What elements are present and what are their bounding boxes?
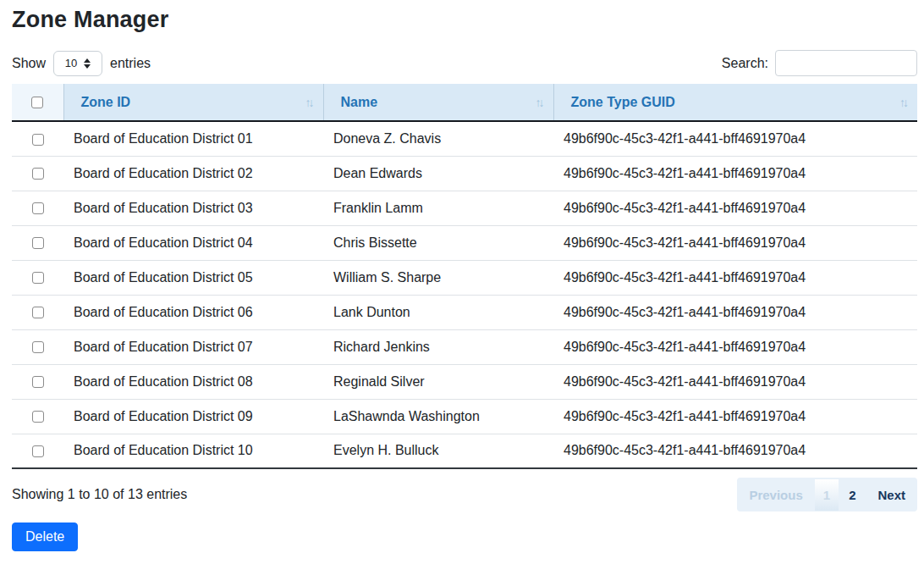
row-checkbox-cell (12, 260, 63, 295)
name-cell: Reginald Silver (323, 364, 553, 399)
zone-id-cell: Board of Education District 06 (63, 295, 323, 329)
search-input[interactable] (775, 50, 917, 76)
name-cell: William S. Sharpe (323, 260, 553, 295)
column-label: Zone ID (81, 95, 305, 110)
row-checkbox[interactable] (32, 237, 44, 249)
row-checkbox[interactable] (32, 341, 44, 353)
row-checkbox[interactable] (32, 307, 44, 318)
row-checkbox[interactable] (32, 445, 44, 457)
zone-manager-page: Zone Manager Show 10 entries Search: (0, 0, 924, 551)
pagination-previous-button[interactable]: Previous (737, 479, 814, 511)
column-header-name[interactable]: Name ↑↓ (323, 84, 553, 121)
zone-type-guid-cell: 49b6f90c-45c3-42f1-a441-bff4691970a4 (553, 364, 917, 399)
table-row: Board of Education District 05William S.… (12, 260, 917, 295)
zone-id-cell: Board of Education District 10 (63, 434, 323, 468)
name-cell: LaShawnda Washington (323, 399, 553, 434)
page-title: Zone Manager (12, 7, 917, 33)
zone-type-guid-cell: 49b6f90c-45c3-42f1-a441-bff4691970a4 (553, 260, 917, 295)
row-checkbox-cell (12, 399, 63, 434)
zone-id-cell: Board of Education District 08 (63, 364, 323, 399)
entries-label: entries (110, 56, 151, 71)
table-row: Board of Education District 03Franklin L… (12, 191, 917, 225)
zone-type-guid-cell: 49b6f90c-45c3-42f1-a441-bff4691970a4 (553, 399, 917, 434)
table-body: Board of Education District 01Doneva Z. … (12, 121, 917, 468)
row-checkbox-cell (12, 191, 63, 225)
row-checkbox-cell (12, 121, 63, 156)
search-label: Search: (722, 56, 768, 71)
row-checkbox[interactable] (32, 376, 44, 388)
name-cell: Dean Edwards (323, 156, 553, 191)
name-cell: Lank Dunton (323, 295, 553, 329)
row-checkbox[interactable] (32, 168, 44, 180)
zone-id-cell: Board of Education District 09 (63, 399, 323, 434)
column-label: Name (341, 95, 536, 110)
search-control: Search: (722, 50, 917, 76)
table-footer: Showing 1 to 10 of 13 entries Previous 1… (12, 478, 917, 511)
row-checkbox[interactable] (32, 202, 44, 214)
page-length-value: 10 (65, 57, 77, 69)
zone-type-guid-cell: 49b6f90c-45c3-42f1-a441-bff4691970a4 (553, 329, 917, 364)
select-updown-icon (84, 58, 91, 69)
zone-id-cell: Board of Education District 03 (63, 191, 323, 225)
entries-info: Showing 1 to 10 of 13 entries (12, 487, 187, 502)
page-length-control: Show 10 entries (12, 51, 151, 76)
sort-icon: ↑↓ (305, 96, 315, 109)
zone-id-cell: Board of Education District 05 (63, 260, 323, 295)
row-checkbox-cell (12, 329, 63, 364)
row-checkbox[interactable] (32, 134, 44, 146)
name-cell: Franklin Lamm (323, 191, 553, 225)
name-cell: Evelyn H. Bulluck (323, 434, 553, 468)
row-checkbox-cell (12, 434, 63, 468)
delete-button[interactable]: Delete (12, 523, 78, 551)
zone-id-cell: Board of Education District 02 (63, 156, 323, 191)
zone-type-guid-cell: 49b6f90c-45c3-42f1-a441-bff4691970a4 (553, 295, 917, 329)
zone-id-cell: Board of Education District 07 (63, 329, 323, 364)
page-length-select[interactable]: 10 (53, 51, 102, 76)
table-row: Board of Education District 02Dean Edwar… (12, 156, 917, 191)
zone-type-guid-cell: 49b6f90c-45c3-42f1-a441-bff4691970a4 (553, 225, 917, 260)
column-header-zone-type-guid[interactable]: Zone Type GUID ↑↓ (553, 84, 917, 121)
column-label: Zone Type GUID (571, 95, 900, 110)
table-row: Board of Education District 04Chris Biss… (12, 225, 917, 260)
sort-icon: ↑↓ (899, 96, 909, 109)
zone-id-cell: Board of Education District 04 (63, 225, 323, 260)
row-checkbox-cell (12, 364, 63, 399)
name-cell: Richard Jenkins (323, 329, 553, 364)
name-cell: Doneva Z. Chavis (323, 121, 553, 156)
table-controls: Show 10 entries Search: (12, 50, 917, 76)
sort-icon: ↑↓ (536, 96, 545, 109)
row-checkbox[interactable] (32, 272, 44, 284)
row-checkbox-cell (12, 156, 63, 191)
zone-table: Zone ID ↑↓ Name ↑↓ Zone Type GUID ↑↓ (12, 84, 917, 469)
row-checkbox-cell (12, 225, 63, 260)
zone-id-cell: Board of Education District 01 (63, 121, 323, 156)
header-row: Zone ID ↑↓ Name ↑↓ Zone Type GUID ↑↓ (12, 84, 917, 121)
column-header-zone-id[interactable]: Zone ID ↑↓ (63, 84, 323, 121)
zone-type-guid-cell: 49b6f90c-45c3-42f1-a441-bff4691970a4 (553, 156, 917, 191)
pagination-page-1-button[interactable]: 1 (815, 479, 839, 511)
pagination-next-button[interactable]: Next (866, 479, 917, 511)
zone-type-guid-cell: 49b6f90c-45c3-42f1-a441-bff4691970a4 (553, 434, 917, 468)
table-row: Board of Education District 08Reginald S… (12, 364, 917, 399)
table-row: Board of Education District 10Evelyn H. … (12, 434, 917, 468)
table-row: Board of Education District 06Lank Dunto… (12, 295, 917, 329)
row-checkbox[interactable] (32, 411, 44, 423)
zone-type-guid-cell: 49b6f90c-45c3-42f1-a441-bff4691970a4 (553, 121, 917, 156)
table-row: Board of Education District 07Richard Je… (12, 329, 917, 364)
table-row: Board of Education District 09LaShawnda … (12, 399, 917, 434)
row-checkbox-cell (12, 295, 63, 329)
select-all-header-cell (12, 84, 63, 121)
zone-type-guid-cell: 49b6f90c-45c3-42f1-a441-bff4691970a4 (553, 191, 917, 225)
pagination: Previous 1 2 Next (737, 478, 917, 511)
table-header: Zone ID ↑↓ Name ↑↓ Zone Type GUID ↑↓ (12, 84, 917, 121)
pagination-page-2-button[interactable]: 2 (839, 479, 866, 511)
name-cell: Chris Bissette (323, 225, 553, 260)
show-label: Show (12, 56, 46, 71)
table-row: Board of Education District 01Doneva Z. … (12, 121, 917, 156)
select-all-checkbox[interactable] (31, 97, 43, 108)
